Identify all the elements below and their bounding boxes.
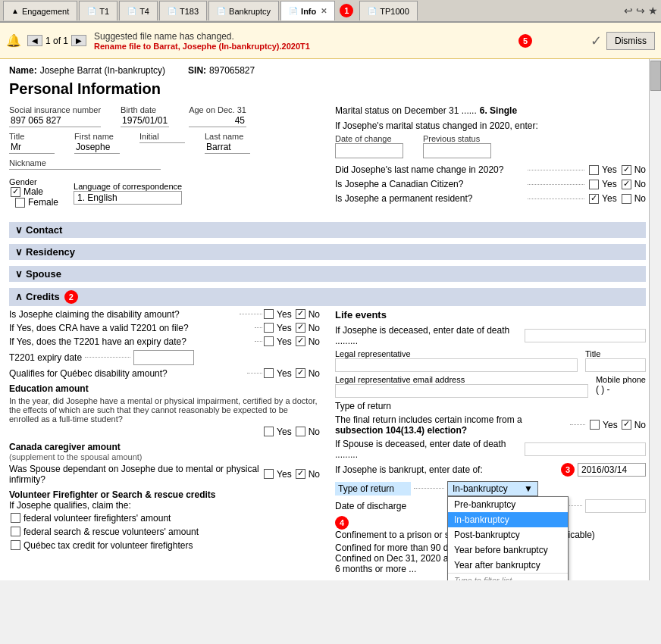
residency-section-header[interactable]: ∨ Residency (9, 244, 646, 260)
legal-rep-title-input[interactable] (585, 358, 646, 372)
credits-q3-yes[interactable]: Yes (262, 336, 292, 347)
spouse-section-header[interactable]: ∨ Spouse (9, 266, 646, 282)
email-label: Legal representative email address (335, 375, 588, 384)
sin-field-label: Social insurance number (9, 105, 101, 114)
type-return-selected[interactable]: In-bankruptcy ▼ (447, 481, 538, 496)
option-post-bankruptcy[interactable]: Post-bankruptcy (448, 527, 568, 542)
volunteer-search-row: federal search & rescue volunteers' amou… (9, 527, 320, 537)
vertical-scrollbar[interactable] (649, 59, 661, 580)
q-perm-no-label[interactable]: No (620, 193, 646, 204)
bankrupt-row: If Josephe is bankrupt, enter date of: 3 (335, 463, 646, 477)
credits-q3-no[interactable]: No (294, 336, 320, 347)
q-last-name-change: Did Josephe's last name change in 2020? … (335, 164, 646, 175)
volunteer-federal-cb[interactable] (11, 513, 20, 523)
tab-info[interactable]: 📄 Info ✕ (280, 1, 335, 20)
credits-section-header[interactable]: ∧ Credits 2 (9, 288, 646, 306)
tab-t183[interactable]: 📄 T183 (159, 1, 207, 20)
bankrupt-date-input[interactable] (578, 463, 646, 477)
edu-no[interactable]: No (294, 427, 320, 437)
option-year-after[interactable]: Year after bankruptcy (448, 558, 568, 573)
type-return-label: Type of return (335, 401, 646, 411)
q-canadian-no-label[interactable]: No (620, 179, 646, 189)
edu-text: In the year, did Josephe have a mental o… (9, 396, 320, 424)
scroll-thumb[interactable] (650, 61, 661, 91)
option-pre-bankruptcy[interactable]: Pre-bankruptcy (448, 497, 568, 512)
contact-section-header[interactable]: ∨ Contact (9, 222, 646, 238)
nickname-field: Nickname (9, 158, 309, 170)
qualifies-yes[interactable]: Yes (262, 368, 292, 379)
credits-q1-yes[interactable]: Yes (262, 309, 292, 320)
option-in-bankruptcy[interactable]: In-bankruptcy (448, 512, 568, 527)
credits-q2-yes[interactable]: Yes (262, 323, 292, 333)
nickname-value (9, 167, 161, 170)
deceased-date-input[interactable] (525, 329, 646, 342)
gender-male-label[interactable]: Male (9, 186, 58, 197)
tab-right-icons: ↩ ↪ ★ (624, 5, 658, 17)
gender-male-checkbox[interactable] (11, 187, 20, 197)
tab-t4[interactable]: 📄 T4 (119, 1, 158, 20)
t183-icon: 📄 (168, 7, 177, 15)
deceased-row: If Josephe is deceased, enter date of de… (335, 325, 646, 346)
volunteer-search-cb[interactable] (11, 527, 20, 536)
close-info-tab-button[interactable]: ✕ (321, 7, 327, 15)
tab-tp1000[interactable]: 📄 TP1000 (359, 1, 418, 20)
nickname-label: Nickname (9, 158, 309, 167)
edu-yes[interactable]: Yes (262, 427, 292, 437)
sin-field-value: 897 065 827 (9, 114, 101, 127)
qualifies-no[interactable]: No (294, 368, 320, 379)
contact-label: Contact (26, 224, 62, 236)
notif-next-button[interactable]: ▶ (71, 35, 86, 46)
q-last-name-no-label[interactable]: No (620, 164, 646, 175)
email-input[interactable] (335, 384, 588, 398)
q-last-name-yes-label[interactable]: Yes (587, 164, 617, 175)
check-icon[interactable]: ✓ (591, 33, 602, 49)
caregiver-yes[interactable]: Yes (262, 469, 292, 480)
gender-female-checkbox[interactable] (15, 198, 25, 208)
date-change-input[interactable] (335, 143, 403, 158)
subsection-no[interactable]: No (620, 420, 646, 430)
annotation-2: 2 (64, 290, 78, 304)
subsection-yes[interactable]: Yes (588, 420, 618, 430)
tab-engagement[interactable]: ▲ Engagement (3, 1, 77, 20)
notif-prev-button[interactable]: ◀ (27, 35, 42, 46)
q-perm-yes-label[interactable]: Yes (587, 193, 617, 204)
caregiver-no[interactable]: No (294, 469, 320, 480)
gender-female-label[interactable]: Female (14, 197, 58, 208)
credits-left: Is Josephe claiming the disability amoun… (9, 309, 320, 574)
q-perm-no-cb[interactable] (622, 194, 631, 204)
q-last-name-no-cb[interactable] (622, 165, 631, 175)
inner-body: Name: Josephe Barrat (In-bankruptcy) SIN… (0, 59, 661, 580)
residency-label: Residency (26, 246, 75, 258)
q-perm-yes-cb[interactable] (589, 194, 599, 204)
credits-q2-no[interactable]: No (294, 323, 320, 333)
first-name-label: First name (74, 132, 120, 141)
residency-arrow: ∨ (15, 246, 23, 258)
credits-q1-no[interactable]: No (294, 309, 320, 320)
star-icon[interactable]: ★ (648, 5, 658, 17)
legal-rep-input[interactable] (335, 358, 578, 372)
notif-actions: ✓ Dismiss (591, 32, 655, 50)
marital-changed-label: If Josephe's marital status changed in 2… (335, 120, 646, 131)
undo-icon[interactable]: ↩ (624, 5, 633, 17)
t2201-date-input[interactable] (133, 350, 194, 365)
dismiss-button[interactable]: Dismiss (606, 32, 655, 50)
q-canadian-yes-label[interactable]: Yes (587, 179, 617, 189)
six-months-label: 6 months or more ... (335, 564, 416, 574)
q-last-name-text: Did Josephe's last name change in 2020? (335, 164, 525, 175)
title-label: Title (9, 132, 55, 141)
redo-icon[interactable]: ↪ (636, 5, 645, 17)
spouse-deceased-input[interactable] (525, 442, 646, 456)
q-canadian-yes-cb[interactable] (589, 180, 599, 189)
q-last-name-yes-cb[interactable] (589, 165, 599, 175)
mobile-phone-label: Mobile phone (596, 375, 646, 384)
discharge-input[interactable] (585, 499, 646, 513)
q-canadian-no-cb[interactable] (622, 180, 631, 189)
volunteer-quebec-cb[interactable] (11, 540, 20, 550)
type-return-dropdown[interactable]: In-bankruptcy ▼ Pre-bankruptcy In-bankru… (447, 481, 538, 496)
tab-bankruptcy[interactable]: 📄 Bankruptcy (208, 1, 279, 20)
t1-icon: 📄 (87, 7, 96, 15)
personal-info-section: Social insurance number 897 065 827 Birt… (9, 105, 646, 216)
option-year-before[interactable]: Year before bankruptcy (448, 542, 568, 558)
tab-t1[interactable]: 📄 T1 (79, 1, 117, 20)
prev-status-input[interactable] (423, 143, 491, 158)
